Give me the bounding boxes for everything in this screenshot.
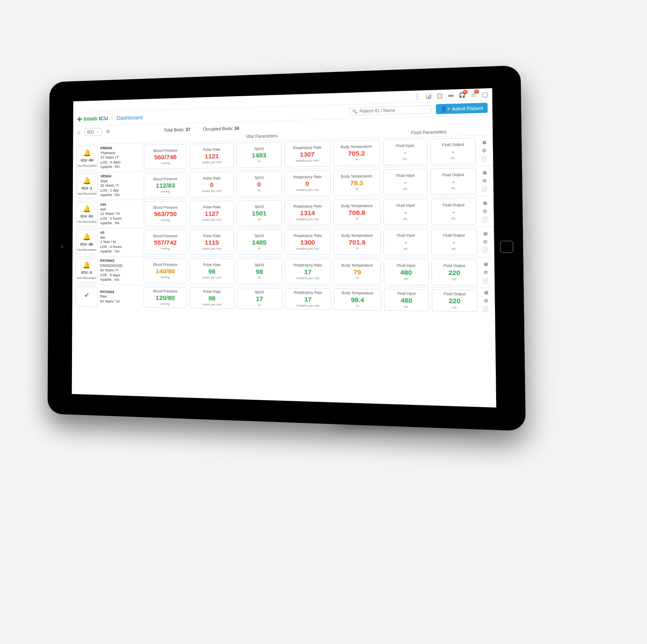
patient-info[interactable]: PAT0003 DDDDDDDDD 90 Years / F LOS : 5 d… bbox=[100, 258, 141, 283]
metric-resp[interactable]: Respiratory Rate 0 breaths per min bbox=[284, 170, 330, 197]
tablet-home-button[interactable] bbox=[500, 241, 514, 253]
metric-spo2[interactable]: SpO2 98 % bbox=[237, 258, 282, 284]
metric-resp[interactable]: Respiratory Rate 1314 breaths per min bbox=[285, 200, 331, 226]
vitals-group: Blood Pressure 120/80 mmHg Pulse Rate 98… bbox=[144, 287, 381, 311]
metric-resp[interactable]: Respiratory Rate 17 breaths per min bbox=[285, 288, 331, 310]
metric-pulse[interactable]: Pulse Rate 1121 beats per min bbox=[190, 143, 234, 169]
metric-fout[interactable]: Fluid Output - mL bbox=[431, 198, 477, 225]
metric-resp[interactable]: Respiratory Rate 1300 breaths per min bbox=[285, 229, 331, 255]
patient-row[interactable]: 🔔 ICU -3 Not Recorded PAT0003 DDDDDDDDD … bbox=[72, 256, 495, 288]
metric-fin[interactable]: Fluid Input - mL bbox=[383, 139, 427, 165]
fluids-group: Fluid Input - mL Fluid Output - mL bbox=[383, 198, 477, 225]
patient-row[interactable]: 🔔 ICU -51 Not Recorded saa asd 12 Years … bbox=[73, 196, 494, 228]
row-notes-icon[interactable]: 📄 bbox=[482, 278, 489, 284]
row-trend-icon[interactable]: ⊘ bbox=[483, 239, 487, 244]
metric-temp[interactable]: Body Temperature 98.4 °F bbox=[334, 288, 381, 311]
metric-bp-value: 560/746 bbox=[154, 153, 177, 161]
row-trend-icon[interactable]: ⊘ bbox=[482, 208, 487, 214]
bed-cell[interactable]: 🔔 ICU -50 Not Recorded bbox=[76, 146, 98, 171]
metric-bp[interactable]: Blood Pressure 557/742 mmHg bbox=[144, 230, 187, 255]
row-monitor-icon[interactable]: 🖥 bbox=[483, 261, 488, 267]
metric-pulse[interactable]: Pulse Rate 98 beats per min bbox=[190, 287, 234, 309]
patient-info[interactable]: saa asd 12 Years / M LOS : 4 hours Apach… bbox=[100, 201, 142, 226]
search-input[interactable] bbox=[359, 107, 428, 114]
row-trend-icon[interactable]: ⊘ bbox=[482, 178, 486, 184]
metric-spo2[interactable]: SpO2 1501 % bbox=[237, 200, 282, 226]
metric-spo2[interactable]: SpO2 1485 % bbox=[237, 229, 282, 255]
metric-fin-label: Fluid Input bbox=[397, 263, 415, 268]
bed-icon[interactable]: 🛏 bbox=[447, 92, 455, 99]
row-notes-icon[interactable]: 📄 bbox=[481, 186, 488, 192]
row-notes-icon[interactable]: 📄 bbox=[482, 306, 489, 312]
row-actions: 🖥 ⊘ 📄 bbox=[480, 259, 491, 286]
metric-temp[interactable]: Body Temperature 79.3 °F bbox=[333, 169, 381, 196]
app-logo[interactable]: ✚ IntelliICU bbox=[77, 115, 108, 122]
metric-bp[interactable]: Blood Pressure 560/746 mmHg bbox=[144, 144, 187, 169]
chart-icon[interactable]: 📊 bbox=[425, 92, 432, 100]
row-monitor-icon[interactable]: 🖥 bbox=[481, 140, 486, 145]
patient-row[interactable]: ✔ PAT0004 Ravi 54 Years / M Blood Pressu… bbox=[72, 284, 495, 314]
row-notes-icon[interactable]: 📄 bbox=[481, 156, 488, 161]
patient-info[interactable]: PRI004 Thamarai 27 Years / F LOS : 4 day… bbox=[100, 145, 141, 170]
clipboard-icon[interactable]: 📋 bbox=[436, 92, 443, 100]
metric-fout[interactable]: Fluid Output - mL bbox=[431, 229, 477, 255]
gear-icon[interactable]: ⚙ bbox=[106, 129, 110, 134]
row-trend-icon[interactable]: ⊘ bbox=[483, 269, 488, 275]
metric-fin[interactable]: Fluid Input - mL bbox=[383, 169, 428, 195]
metric-fout[interactable]: Fluid Output - mL bbox=[430, 168, 476, 195]
row-monitor-icon[interactable]: 🖥 bbox=[482, 200, 487, 205]
metric-pulse[interactable]: Pulse Rate 1115 beats per min bbox=[190, 229, 234, 254]
bed-cell[interactable]: 🔔 ICU -3 Not Recorded bbox=[76, 258, 97, 283]
metric-temp[interactable]: Body Temperature 79 °F bbox=[334, 259, 381, 285]
metric-resp[interactable]: Respiratory Rate 17 breaths per min bbox=[285, 258, 331, 284]
metric-spo2[interactable]: SpO2 17 % bbox=[237, 288, 282, 309]
row-monitor-icon[interactable]: 🖥 bbox=[483, 290, 488, 295]
row-monitor-icon[interactable]: 🖥 bbox=[482, 170, 487, 175]
metric-fin[interactable]: Fluid Input 480 mL bbox=[384, 289, 429, 311]
bed-cell[interactable]: 🔔 ICU -1 Not Recorded bbox=[76, 174, 98, 199]
patient-info[interactable]: PAT0004 Ravi 54 Years / M bbox=[100, 286, 141, 307]
patient-info[interactable]: sS asc 1 Year / M LOS : 4 hours Apache :… bbox=[100, 230, 141, 254]
metric-bp[interactable]: Blood Pressure 563/750 mmHg bbox=[144, 201, 187, 226]
metric-pulse[interactable]: Pulse Rate 0 beats per min bbox=[190, 172, 234, 197]
bed-cell[interactable]: ✔ bbox=[76, 286, 97, 307]
metric-fin[interactable]: Fluid Input - mL bbox=[383, 199, 428, 225]
admit-patient-button[interactable]: 👤+ Admit Patient bbox=[436, 103, 488, 114]
row-trend-icon[interactable]: ⊘ bbox=[482, 148, 486, 153]
metric-temp[interactable]: Body Temperature 701.6 °F bbox=[334, 229, 381, 255]
row-monitor-icon[interactable]: 🖥 bbox=[482, 231, 488, 236]
alert-icon[interactable]: ⚠ bbox=[469, 91, 477, 98]
row-trend-icon[interactable]: ⊘ bbox=[484, 298, 488, 303]
patient-row[interactable]: 🔔 ICU -36 Not Recorded sS asc 1 Year / M… bbox=[72, 227, 494, 257]
metric-fout[interactable]: Fluid Output 220 mL bbox=[431, 259, 478, 286]
tablet-camera bbox=[61, 245, 64, 248]
metric-fin[interactable]: Fluid Input 480 mL bbox=[384, 259, 429, 285]
metric-bp[interactable]: Blood Pressure 120/80 mmHg bbox=[144, 287, 187, 308]
metric-bp-unit: mmHg bbox=[161, 190, 170, 193]
metric-temp[interactable]: Body Temperature 705.2 °F bbox=[333, 140, 380, 166]
patient-info[interactable]: VEN04 Sree 25 Years / F LOS : 1 day Apac… bbox=[100, 173, 142, 198]
metric-fout[interactable]: Fluid Output 220 mL bbox=[431, 289, 478, 312]
ward-select[interactable]: ICU bbox=[84, 128, 101, 136]
row-notes-icon[interactable]: 📄 bbox=[482, 247, 488, 253]
metric-bp[interactable]: Blood Pressure 140/90 mmHg bbox=[144, 258, 187, 284]
more-icon[interactable]: ⋮ bbox=[413, 93, 421, 100]
home-icon[interactable]: ⌂ bbox=[77, 129, 80, 135]
metric-pulse[interactable]: Pulse Rate 1127 beats per min bbox=[190, 201, 234, 226]
user-profile-icon[interactable]: ◯ bbox=[481, 91, 488, 98]
metric-resp[interactable]: Respiratory Rate 1307 breaths per min bbox=[284, 141, 330, 167]
headset-icon[interactable]: 🎧 bbox=[458, 91, 466, 99]
metric-temp-label: Body Temperature bbox=[341, 233, 373, 238]
bed-cell[interactable]: 🔔 ICU -36 Not Recorded bbox=[76, 230, 97, 255]
patient-rows[interactable]: 🔔 ICU -50 Not Recorded PRI004 Thamarai 2… bbox=[72, 135, 497, 406]
metric-bp[interactable]: Blood Pressure 112/83 mmHg bbox=[144, 172, 187, 198]
bed-cell[interactable]: 🔔 ICU -51 Not Recorded bbox=[76, 202, 98, 227]
metric-temp[interactable]: Body Temperature 708.8 °F bbox=[333, 199, 381, 225]
metric-spo2[interactable]: SpO2 0 % bbox=[237, 171, 282, 197]
patient-search[interactable]: 🔍 bbox=[349, 105, 431, 116]
metric-fin[interactable]: Fluid Input - mL bbox=[383, 229, 429, 255]
metric-pulse[interactable]: Pulse Rate 98 beats per min bbox=[190, 258, 234, 284]
metric-fout[interactable]: Fluid Output - mL bbox=[430, 138, 476, 165]
metric-spo2[interactable]: SpO2 1493 % bbox=[237, 142, 282, 168]
row-notes-icon[interactable]: 📄 bbox=[481, 217, 488, 222]
